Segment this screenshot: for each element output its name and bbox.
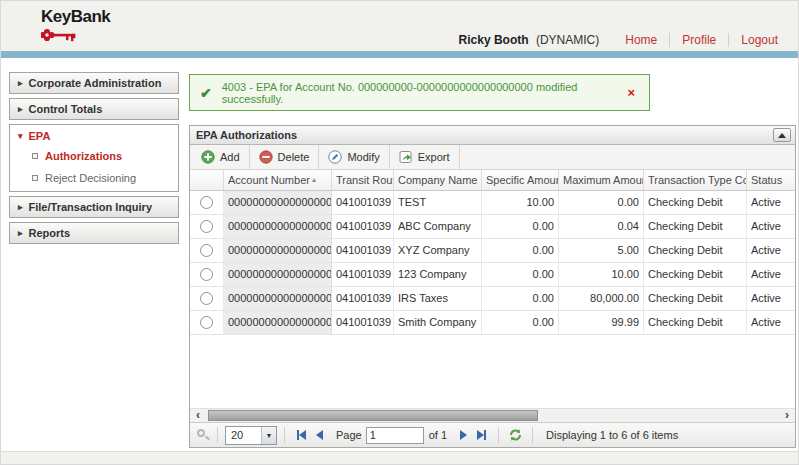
chevron-right-icon: ▸	[18, 73, 23, 93]
account-number-cell: 0000000000000000000	[224, 311, 332, 334]
delete-button[interactable]: Delete	[250, 145, 320, 169]
page-label: Page	[336, 429, 362, 441]
row-select-cell	[190, 191, 224, 214]
top-banner: KeyBank Ricky Booth (DYNAMIC) Home Profi…	[1, 1, 799, 51]
account-number-cell: 0000000000000000000	[224, 263, 332, 286]
pager-divider	[498, 427, 499, 443]
select-column-header	[190, 170, 224, 190]
accent-bar	[1, 51, 799, 58]
sidebar-nav: ▸ Corporate Administration ▸ Control Tot…	[9, 72, 179, 248]
column-header-transit-routing[interactable]: Transit Routing	[332, 170, 394, 190]
checkmark-icon: ✔	[200, 85, 212, 101]
specific-amount-cell: 0.00	[482, 215, 559, 238]
keybank-logo: KeyBank	[41, 8, 110, 43]
epa-authorizations-panel: EPA Authorizations Add Delete Modify Exp…	[189, 125, 796, 448]
status-cell: Active	[747, 287, 795, 310]
sidebar-item-file-transaction-inquiry[interactable]: ▸ File/Transaction Inquiry	[9, 196, 179, 218]
status-cell: Active	[747, 311, 795, 334]
scrollbar-thumb[interactable]	[208, 410, 538, 421]
sidebar-item-authorizations[interactable]: Authorizations	[10, 147, 178, 165]
sidebar-item-label: File/Transaction Inquiry	[29, 197, 152, 217]
row-radio[interactable]	[200, 244, 213, 257]
delete-button-label: Delete	[278, 151, 310, 163]
row-radio[interactable]	[200, 268, 213, 281]
sidebar-subitem-label: Authorizations	[45, 150, 122, 162]
dropdown-arrow-icon: ▼	[261, 427, 276, 444]
chevron-right-icon: ▸	[18, 197, 23, 217]
horizontal-scrollbar: ‹ ›	[190, 408, 795, 422]
search-icon[interactable]	[196, 428, 210, 442]
column-header-transaction-type-code[interactable]: Transaction Type Code	[644, 170, 747, 190]
column-header-maximum-amount[interactable]: Maximum Amount	[559, 170, 644, 190]
row-radio[interactable]	[200, 196, 213, 209]
export-button[interactable]: Export	[390, 145, 460, 169]
table-row: 0000000000000000000 041001039 ABC Compan…	[190, 215, 795, 239]
profile-link[interactable]: Profile	[669, 33, 728, 47]
account-number-cell: 0000000000000000000	[224, 215, 332, 238]
first-page-button[interactable]	[297, 430, 306, 440]
refresh-icon	[508, 428, 523, 442]
previous-page-button[interactable]	[316, 430, 323, 440]
panel-header: EPA Authorizations	[190, 126, 795, 145]
page-number-input[interactable]	[366, 427, 424, 444]
panel-title: EPA Authorizations	[196, 129, 773, 141]
transit-routing-cell: 041001039	[332, 191, 394, 214]
row-radio[interactable]	[200, 292, 213, 305]
home-link[interactable]: Home	[613, 33, 669, 47]
next-page-button[interactable]	[460, 430, 467, 440]
refresh-button[interactable]	[508, 428, 523, 442]
transit-routing-cell: 041001039	[332, 311, 394, 334]
account-number-cell: 0000000000000000000	[224, 239, 332, 262]
column-header-company-name[interactable]: Company Name	[394, 170, 482, 190]
modify-button[interactable]: Modify	[319, 145, 389, 169]
add-button[interactable]: Add	[192, 145, 250, 169]
close-icon[interactable]: ×	[623, 85, 639, 100]
row-select-cell	[190, 215, 224, 238]
page-of-label: of 1	[429, 429, 447, 441]
row-radio[interactable]	[200, 316, 213, 329]
last-page-button[interactable]	[477, 430, 486, 440]
pager-divider	[217, 427, 218, 443]
scroll-left-icon[interactable]: ‹	[190, 409, 206, 422]
sidebar-item-label: EPA	[29, 126, 51, 146]
specific-amount-cell: 0.00	[482, 263, 559, 286]
transit-routing-cell: 041001039	[332, 239, 394, 262]
sidebar-item-corporate-administration[interactable]: ▸ Corporate Administration	[9, 72, 179, 94]
transaction-type-cell: Checking Debit	[644, 263, 747, 286]
export-button-label: Export	[418, 151, 450, 163]
export-icon	[399, 150, 413, 164]
sidebar-item-reports[interactable]: ▸ Reports	[9, 222, 179, 244]
table-row: 0000000000000000000 041001039 Smith Comp…	[190, 311, 795, 335]
sidebar-item-epa[interactable]: ▾ EPA	[10, 125, 178, 147]
scroll-right-icon[interactable]: ›	[779, 409, 795, 422]
specific-amount-cell: 0.00	[482, 311, 559, 334]
maximum-amount-cell: 99.99	[559, 311, 644, 334]
page-size-value: 20	[226, 429, 261, 441]
user-name: Ricky Booth	[459, 33, 529, 47]
application-window: KeyBank Ricky Booth (DYNAMIC) Home Profi…	[0, 0, 799, 465]
maximum-amount-cell: 5.00	[559, 239, 644, 262]
sidebar-item-label: Corporate Administration	[29, 73, 162, 93]
pager-divider	[284, 427, 285, 443]
account-number-cell: 0000000000000000000	[224, 287, 332, 310]
column-header-account-number[interactable]: Account Number▴	[224, 170, 332, 190]
specific-amount-cell: 0.00	[482, 239, 559, 262]
company-name-cell: IRS Taxes	[394, 287, 482, 310]
square-bullet-icon	[32, 175, 38, 181]
pager-divider	[532, 427, 533, 443]
chevron-down-icon: ▾	[18, 126, 23, 146]
table-row: 0000000000000000000 041001039 123 Compan…	[190, 263, 795, 287]
page-size-select[interactable]: 20 ▼	[225, 426, 277, 445]
collapse-panel-button[interactable]	[773, 128, 791, 142]
transaction-type-cell: Checking Debit	[644, 239, 747, 262]
row-select-cell	[190, 239, 224, 262]
sidebar-item-reject-decisioning[interactable]: Reject Decisioning	[10, 169, 178, 187]
logout-link[interactable]: Logout	[728, 33, 790, 47]
column-header-specific-amount[interactable]: Specific Amount	[482, 170, 559, 190]
specific-amount-cell: 0.00	[482, 287, 559, 310]
sidebar-item-control-totals[interactable]: ▸ Control Totals	[9, 98, 179, 120]
row-select-cell	[190, 311, 224, 334]
row-radio[interactable]	[200, 220, 213, 233]
column-header-status[interactable]: Status	[747, 170, 795, 190]
maximum-amount-cell: 10.00	[559, 263, 644, 286]
